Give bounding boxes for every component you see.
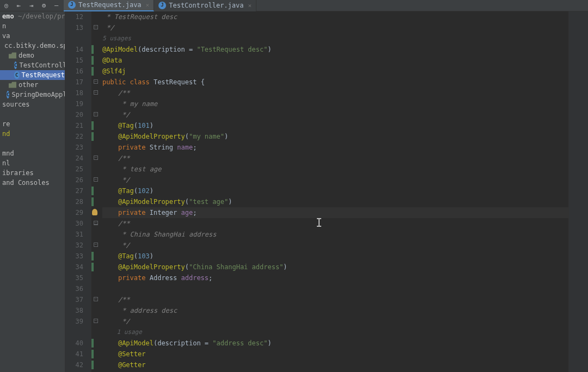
close-icon[interactable]: × <box>248 2 252 9</box>
code-line[interactable]: @ApiModelProperty("my name") <box>102 131 568 142</box>
code-line[interactable]: private String name; <box>102 142 568 153</box>
line-number[interactable]: 36 <box>65 283 83 294</box>
sidebar-item[interactable]: other <box>0 80 65 90</box>
code-line[interactable]: @ApiModelProperty("China ShangHai addres… <box>102 262 568 272</box>
code-line[interactable]: */ <box>102 316 568 327</box>
code-editor[interactable]: 1213141516171819202122232425262728293031… <box>65 11 588 372</box>
code-area[interactable]: * TestRequest desc */5 usages@ApiModel(d… <box>99 11 568 372</box>
code-line[interactable]: * address desc <box>102 305 568 316</box>
code-line[interactable]: /** <box>102 88 568 98</box>
sidebar-item[interactable] <box>0 139 65 148</box>
line-number[interactable]: 34 <box>65 262 83 272</box>
target-icon[interactable]: ◎ <box>0 0 13 11</box>
sidebar-item[interactable]: n <box>0 21 65 31</box>
code-line[interactable]: private Address address; <box>102 272 568 283</box>
sidebar-item[interactable]: nl <box>0 158 65 168</box>
line-number[interactable]: 41 <box>65 349 83 359</box>
line-number[interactable]: 40 <box>65 338 83 349</box>
line-number[interactable]: 27 <box>65 185 83 196</box>
line-number[interactable]: 19 <box>65 98 83 109</box>
line-number[interactable]: 17 <box>65 77 83 88</box>
line-number[interactable]: 12 <box>65 11 83 22</box>
intention-bulb-icon[interactable] <box>92 209 97 215</box>
code-line[interactable]: @Tag(103) <box>102 251 568 262</box>
sidebar-item[interactable]: nd <box>0 129 65 139</box>
gear-icon[interactable]: ⚙ <box>38 0 50 11</box>
project-sidebar[interactable]: emo ~/develop/projec nvacc.bitky.demo.sp… <box>0 11 65 372</box>
minimize-icon[interactable]: — <box>50 0 63 11</box>
tab-testcontroller-java[interactable]: TestController.java× <box>154 0 256 11</box>
code-line[interactable]: private Integer age; <box>102 207 568 218</box>
sidebar-item[interactable]: CSpringDemoAppli <box>0 90 65 100</box>
code-line[interactable]: /** <box>102 218 568 229</box>
sidebar-item[interactable]: va <box>0 31 65 41</box>
code-line[interactable]: @Tag(102) <box>102 185 568 196</box>
code-line[interactable]: */ <box>102 240 568 251</box>
sidebar-item[interactable]: mnd <box>0 148 65 158</box>
gutter[interactable]: 1213141516171819202122232425262728293031… <box>65 11 91 372</box>
expand-left-icon[interactable]: ⇤ <box>13 0 25 11</box>
line-number[interactable]: 24 <box>65 153 83 164</box>
sidebar-item[interactable]: sources <box>0 100 65 109</box>
sidebar-item[interactable] <box>0 109 65 119</box>
code-line[interactable]: */ <box>102 22 568 33</box>
fold-icon[interactable]: − <box>94 25 98 29</box>
line-number[interactable]: 21 <box>65 120 83 131</box>
sidebar-item[interactable]: re <box>0 119 65 129</box>
sidebar-item[interactable]: and Consoles <box>0 178 65 188</box>
line-number[interactable]: 16 <box>65 66 83 77</box>
line-number[interactable]: 42 <box>65 359 83 370</box>
code-line[interactable] <box>102 283 568 294</box>
line-number[interactable]: 13 <box>65 22 83 33</box>
code-line[interactable]: /** <box>102 294 568 305</box>
line-number[interactable]: 25 <box>65 164 83 175</box>
line-number[interactable]: 15 <box>65 55 83 66</box>
line-number[interactable]: 26 <box>65 175 83 185</box>
code-line[interactable]: @Slf4j <box>102 66 568 77</box>
code-line[interactable]: @Getter <box>102 359 568 370</box>
expand-right-icon[interactable]: ⇥ <box>25 0 38 11</box>
project-root[interactable]: emo ~/develop/projec <box>0 11 65 21</box>
line-number[interactable]: 22 <box>65 131 83 142</box>
line-number[interactable]: 28 <box>65 196 83 207</box>
code-line[interactable]: @Tag(101) <box>102 120 568 131</box>
line-number[interactable]: 38 <box>65 305 83 316</box>
code-line[interactable]: * China ShangHai address <box>102 229 568 240</box>
code-line[interactable]: @ApiModel(description = "address desc") <box>102 338 568 349</box>
fold-icon[interactable]: − <box>94 90 98 95</box>
sidebar-item[interactable]: CTestController <box>0 60 65 70</box>
line-number[interactable] <box>65 327 83 338</box>
fold-icon[interactable]: − <box>94 177 98 182</box>
fold-icon[interactable]: − <box>94 79 98 84</box>
code-line[interactable]: public class TestRequest { <box>102 77 568 88</box>
line-number[interactable]: 20 <box>65 109 83 120</box>
line-number[interactable]: 18 <box>65 88 83 98</box>
code-line[interactable]: @Setter <box>102 349 568 359</box>
line-number[interactable]: 32 <box>65 240 83 251</box>
fold-icon[interactable]: − <box>94 319 98 323</box>
sidebar-item[interactable]: CTestRequest <box>0 70 65 80</box>
line-number[interactable]: 23 <box>65 142 83 153</box>
line-number[interactable] <box>65 33 83 44</box>
code-line[interactable]: 1 usage <box>102 327 568 338</box>
line-number[interactable]: 37 <box>65 294 83 305</box>
code-line[interactable]: * TestRequest desc <box>102 11 568 22</box>
line-number[interactable]: 29 <box>65 207 83 218</box>
code-line[interactable]: @ApiModelProperty("test age") <box>102 196 568 207</box>
fold-icon[interactable]: − <box>94 243 98 247</box>
code-line[interactable]: @Data <box>102 55 568 66</box>
line-number[interactable]: 33 <box>65 251 83 262</box>
sidebar-item[interactable]: demo <box>0 51 65 60</box>
code-line[interactable]: * test age <box>102 164 568 175</box>
sidebar-item[interactable]: ibraries <box>0 168 65 178</box>
code-line[interactable]: */ <box>102 109 568 120</box>
code-line[interactable]: 5 usages <box>102 33 568 44</box>
code-line[interactable]: */ <box>102 175 568 185</box>
fold-icon[interactable]: − <box>94 112 98 116</box>
code-line[interactable]: * my name <box>102 98 568 109</box>
close-icon[interactable]: × <box>146 2 150 9</box>
line-number[interactable]: 31 <box>65 229 83 240</box>
line-number[interactable]: 35 <box>65 272 83 283</box>
fold-icon[interactable]: − <box>94 297 98 301</box>
fold-icon[interactable]: − <box>94 156 98 160</box>
